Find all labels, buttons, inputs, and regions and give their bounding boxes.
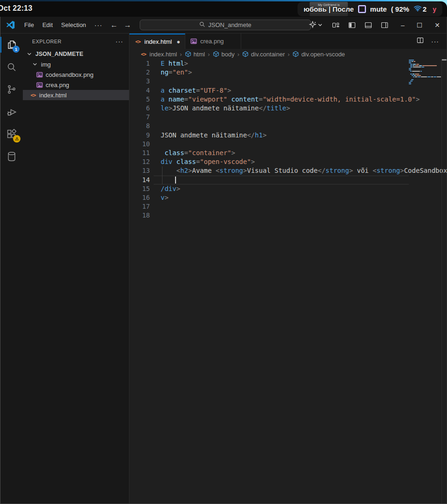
menu-more[interactable]: ··· xyxy=(90,21,107,29)
toggle-panel-icon[interactable] xyxy=(362,20,374,31)
image-file-icon xyxy=(190,38,197,44)
line-number: 6 xyxy=(129,104,150,113)
breadcrumb-item-index-html[interactable]: <>index.html xyxy=(140,51,177,58)
database-activity-icon[interactable] xyxy=(0,145,23,168)
breadcrumb: <>index.html›html›body›div.container›div… xyxy=(129,49,447,59)
line-number: 12 xyxy=(129,157,150,166)
minimap-line xyxy=(409,61,415,62)
line-number: 4 xyxy=(129,86,150,95)
code-line-9[interactable]: JSON andmete näitamine</h1> xyxy=(161,131,267,140)
line-number: 17 xyxy=(129,202,150,211)
mute-checkbox-icon[interactable] xyxy=(358,5,366,13)
modified-dot[interactable]: ● xyxy=(176,38,180,45)
line-number: 14 xyxy=(129,176,150,184)
image-file-icon xyxy=(36,82,43,88)
tree-item-index-html[interactable]: <>index.html xyxy=(23,90,129,100)
keyboard-layout-indicator[interactable]: у xyxy=(433,6,436,13)
breadcrumb-item-html[interactable]: html xyxy=(185,51,205,58)
code-line-15[interactable]: /div> xyxy=(161,184,180,193)
code-line-11[interactable]: class="container"> xyxy=(161,149,235,157)
minimap-line xyxy=(410,67,424,68)
tree-item-img[interactable]: img xyxy=(23,59,129,69)
menu-edit[interactable]: Edit xyxy=(38,21,57,28)
file-tree: JSON_ANDMETEimgcodesandbox.pngcrea.png<>… xyxy=(23,49,129,100)
line-number: 5 xyxy=(129,95,150,104)
line-number: 3 xyxy=(129,77,150,86)
breadcrumb-separator: › xyxy=(237,51,239,58)
title-bar: FileEditSelection··· ← → JSON_andmete xyxy=(0,17,447,34)
code-line-6[interactable]: le>JSON andmete näitamine</title> xyxy=(161,104,290,113)
customize-layout-icon[interactable] xyxy=(330,20,342,31)
file-label: img xyxy=(41,61,51,68)
back-arrow[interactable]: ← xyxy=(110,21,118,29)
minimap-line xyxy=(409,82,411,83)
code-line-1[interactable]: E html> xyxy=(161,59,188,68)
mute-label[interactable]: mute xyxy=(370,5,387,13)
code-line-16[interactable]: v> xyxy=(161,193,169,202)
text-cursor xyxy=(175,177,176,184)
line-number: 11 xyxy=(129,149,150,157)
search-value: JSON_andmete xyxy=(208,21,251,28)
minimap-line xyxy=(410,81,413,82)
html-file-icon: <> xyxy=(140,51,147,57)
code-line-13[interactable]: <h2>Avame <strong>Visual Studio code</st… xyxy=(161,166,447,175)
wifi-icon[interactable] xyxy=(413,5,422,14)
minimap-divider xyxy=(441,59,442,504)
media-title[interactable]: юбовь | После xyxy=(304,5,354,13)
search-activity-icon[interactable] xyxy=(0,56,23,78)
source-control-activity-icon[interactable] xyxy=(0,78,23,101)
line-number: 8 xyxy=(129,122,150,130)
clock[interactable]: Oct 22:13 xyxy=(0,4,33,13)
command-center-search[interactable]: JSON_andmete xyxy=(140,20,311,30)
minimap-line xyxy=(409,83,411,84)
maximize-button[interactable]: ☐ xyxy=(417,21,423,29)
code-line-12[interactable]: div class="open-vscode"> xyxy=(161,157,255,166)
image-file-icon xyxy=(36,72,43,78)
forward-arrow[interactable]: → xyxy=(124,21,131,29)
explorer-title: EXPLORER xyxy=(32,39,61,44)
symbol-icon xyxy=(242,51,249,57)
tree-item-root[interactable]: JSON_ANDMETE xyxy=(23,49,129,59)
tree-item-crea-png[interactable]: crea.png xyxy=(23,80,129,90)
tab-bar: <>index.html●crea.png ··· xyxy=(129,34,447,49)
minimize-button[interactable]: – xyxy=(401,21,405,29)
copilot-icon[interactable] xyxy=(309,21,322,29)
code-line-2[interactable]: ng="en"> xyxy=(161,68,192,77)
explorer-sidebar: EXPLORER ··· JSON_ANDMETEimgcodesandbox.… xyxy=(23,34,129,504)
breadcrumb-item-div-open-vscode[interactable]: div.open-vscode xyxy=(292,51,345,58)
toggle-secondary-sidebar-icon[interactable] xyxy=(379,20,391,31)
system-tray: My Girlfriend is юбовь | После mute ( 92… xyxy=(298,2,442,16)
close-button[interactable]: ✕ xyxy=(434,21,440,29)
symbol-icon xyxy=(213,51,219,57)
menu-selection[interactable]: Selection xyxy=(57,21,90,28)
activity-bar: 1 ⚠ xyxy=(0,34,23,504)
code-line-5[interactable]: a name="viewport" content="width=device-… xyxy=(161,95,420,104)
explorer-activity-icon[interactable]: 1 xyxy=(0,34,23,56)
network-count: 2 xyxy=(423,5,427,13)
line-number: 13 xyxy=(129,166,150,175)
breadcrumb-separator: › xyxy=(208,51,210,58)
explorer-more-actions[interactable]: ··· xyxy=(115,38,123,45)
minimap-line xyxy=(410,71,422,72)
tree-item-codesandbox-png[interactable]: codesandbox.png xyxy=(23,69,129,80)
code-editor[interactable]: 123456789101112131415161718 E html>ng="e… xyxy=(129,59,447,504)
tab-more-actions[interactable]: ··· xyxy=(431,38,439,45)
run-debug-activity-icon[interactable] xyxy=(0,101,23,123)
indent-guide xyxy=(162,166,163,184)
code-line-4[interactable]: a charset="UTF-8"> xyxy=(161,86,231,95)
file-label: index.html xyxy=(39,92,67,99)
breadcrumb-item-div-container[interactable]: div.container xyxy=(242,51,285,58)
line-number: 7 xyxy=(129,113,150,122)
menu-file[interactable]: File xyxy=(20,21,38,28)
minimap-line xyxy=(412,75,421,76)
tab-crea-png[interactable]: crea.png xyxy=(185,34,241,49)
split-editor-icon[interactable] xyxy=(417,37,424,46)
search-icon xyxy=(199,21,205,29)
os-panel: Oct 22:13 My Girlfriend is юбовь | После… xyxy=(0,1,447,17)
tab-label: crea.png xyxy=(200,38,224,45)
toggle-primary-sidebar-icon[interactable] xyxy=(346,20,358,31)
tab-index-html[interactable]: <>index.html● xyxy=(129,34,185,49)
extensions-activity-icon[interactable]: ⚠ xyxy=(0,123,23,145)
breadcrumb-item-body[interactable]: body xyxy=(213,51,235,58)
minimap-line xyxy=(410,74,419,75)
